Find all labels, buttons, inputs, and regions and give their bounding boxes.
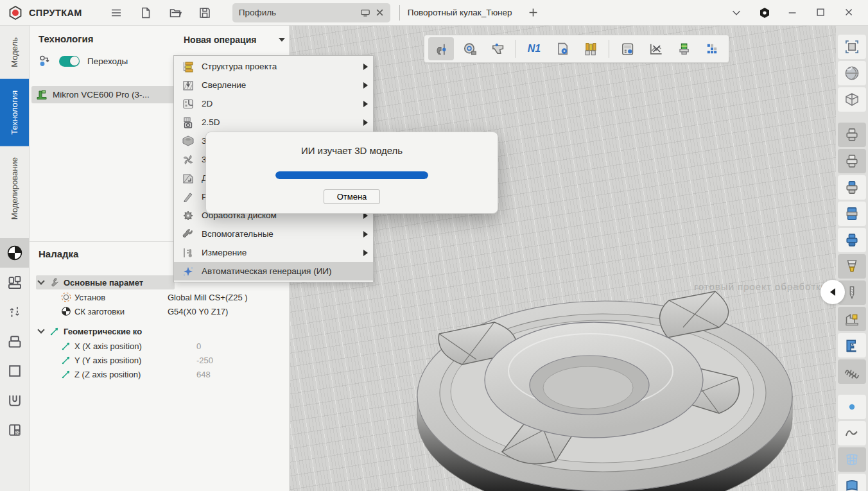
rail-tool-limits-icon[interactable] xyxy=(0,297,29,327)
fixture-part-button[interactable] xyxy=(838,149,866,173)
menu-button[interactable] xyxy=(105,3,127,22)
axis-icon xyxy=(60,368,72,380)
tree-row[interactable]: Z (Z axis position)648 xyxy=(30,367,289,381)
tree-row-value: -250 xyxy=(196,356,213,365)
control-panel-button[interactable] xyxy=(614,37,640,60)
mesh-button[interactable] xyxy=(838,447,866,472)
3d-roughing-icon xyxy=(181,135,195,148)
machine-tree-item[interactable]: Mikron VCE600 Pro (3-... xyxy=(31,86,178,103)
transitions-label: Переходы xyxy=(87,56,128,66)
workpiece-icon xyxy=(6,363,23,379)
fixture-icon xyxy=(844,311,860,327)
statistics-button[interactable] xyxy=(699,37,725,60)
submenu-arrow-icon xyxy=(363,64,368,70)
save-icon xyxy=(198,6,211,19)
fixture-part-icon xyxy=(844,153,860,169)
menu-item[interactable]: 2D xyxy=(174,94,373,113)
tool-holder-button[interactable] xyxy=(671,37,697,60)
wireframe-view-button[interactable] xyxy=(838,87,866,112)
part-result-button[interactable] xyxy=(838,228,866,252)
rail-tool-clamp-icon[interactable] xyxy=(0,386,29,415)
point-button[interactable] xyxy=(838,395,866,419)
fit-view-button[interactable] xyxy=(838,35,866,59)
setup-icon xyxy=(60,291,72,303)
part-solid-icon xyxy=(844,205,860,222)
ai-generation-icon xyxy=(181,265,195,278)
close-icon[interactable] xyxy=(376,8,384,17)
viewport-3d[interactable]: готовый проект обработки N1 xyxy=(290,26,868,491)
part-solid-button[interactable] xyxy=(838,202,866,226)
tape-measure-button[interactable] xyxy=(456,37,482,60)
save-button[interactable] xyxy=(194,3,216,22)
ai-progress-bar xyxy=(275,171,428,179)
point-icon xyxy=(844,399,860,415)
menu-item[interactable]: Структура проекта xyxy=(174,57,373,76)
tree-row[interactable]: Y (Y axis position)-250 xyxy=(30,353,289,367)
tree-row[interactable]: X (X axis position)0 xyxy=(30,339,289,353)
maximize-button[interactable] xyxy=(809,3,833,22)
rail-tool-workspace-icon[interactable] xyxy=(0,415,29,445)
model-3d-handwheel[interactable] xyxy=(290,26,868,491)
menu-item[interactable]: Измерение xyxy=(174,243,373,262)
snap-magnet-button[interactable] xyxy=(428,37,454,60)
menu-item[interactable]: 2.5D xyxy=(174,113,373,132)
statistics-icon xyxy=(704,41,720,56)
cancel-button[interactable]: Отмена xyxy=(324,189,381,204)
tree-row-label: Установ xyxy=(74,293,165,302)
tree-row[interactable]: УстановGlobal Mill CS+(Z25 ) xyxy=(30,290,289,304)
menu-item-label: Измерение xyxy=(202,248,358,257)
new-tab-button[interactable] xyxy=(523,3,544,22)
tab-document-label[interactable]: Поворотный кулак_Тюнер xyxy=(408,8,512,17)
rail-tool-datum-icon[interactable] xyxy=(0,238,29,268)
minimize-button[interactable] xyxy=(781,3,805,22)
postprocessor-button[interactable] xyxy=(550,37,575,60)
menu-icon xyxy=(110,6,123,19)
plus-icon xyxy=(528,8,538,17)
rail-tab-технология[interactable]: Технология xyxy=(0,79,29,146)
transitions-toggle[interactable] xyxy=(59,56,80,67)
part-result-icon xyxy=(844,232,860,248)
curve-button[interactable] xyxy=(838,421,866,445)
caliper-button[interactable] xyxy=(485,37,510,60)
tree-group-1[interactable]: Геометрические ко xyxy=(30,323,289,339)
tab-profile[interactable]: Профиль xyxy=(232,3,390,22)
menu-item-label: Структура проекта xyxy=(202,62,358,71)
rail-tab-модель[interactable]: Модель xyxy=(0,26,29,79)
toolpath-hatch-button[interactable] xyxy=(838,359,866,384)
close-button[interactable] xyxy=(837,3,862,22)
menu-item-label: Вспомогательные xyxy=(202,229,358,239)
rail-tool-workpiece-icon[interactable] xyxy=(0,356,29,386)
wrench-icon xyxy=(49,277,60,288)
open-file-button[interactable] xyxy=(164,3,186,22)
nc-code-button[interactable]: N1 xyxy=(521,37,547,60)
tools-set-button[interactable] xyxy=(578,37,603,60)
stock-part-button[interactable] xyxy=(838,123,866,147)
engraving-icon xyxy=(181,191,195,203)
menu-item-label: Сверление xyxy=(202,80,358,90)
submenu-arrow-icon xyxy=(363,119,368,126)
tree-row[interactable]: СК заготовкиG54(X0 Y0 Z17) xyxy=(30,304,289,318)
graph-button[interactable] xyxy=(643,37,668,60)
app-settings-button[interactable] xyxy=(752,3,777,22)
shaded-view-button[interactable] xyxy=(838,61,866,85)
submenu-arrow-icon xyxy=(363,101,368,107)
new-operation-button[interactable]: Новая операция xyxy=(180,31,291,48)
tree-group-label: Основные парамет xyxy=(64,278,143,288)
tree-row-value: G54(X0 Y0 Z17) xyxy=(168,307,228,316)
new-file-button[interactable] xyxy=(135,3,157,22)
ai-progress-dialog: ИИ изучает 3D модель Отмена xyxy=(205,132,498,214)
rail-tool-stock-icon[interactable] xyxy=(0,327,29,356)
tool-yellow-button[interactable] xyxy=(838,254,866,279)
part-top-highlight-button[interactable] xyxy=(838,175,866,200)
machine-blue-button[interactable] xyxy=(838,333,866,357)
menu-item[interactable]: Сверление xyxy=(174,76,373,94)
menu-item[interactable]: Автоматическая генерация (ИИ) xyxy=(174,262,373,280)
submenu-arrow-icon xyxy=(363,231,368,237)
fixture-button[interactable] xyxy=(838,307,866,331)
rail-tab-моделирование[interactable]: Моделирование xyxy=(0,146,29,231)
sidebar-flyout-handle[interactable] xyxy=(820,280,845,304)
chevron-down-button[interactable] xyxy=(724,3,749,22)
rail-tool-machine-setup-icon[interactable] xyxy=(0,268,29,297)
surface-button[interactable] xyxy=(838,474,866,491)
menu-item[interactable]: Вспомогательные xyxy=(174,225,373,243)
